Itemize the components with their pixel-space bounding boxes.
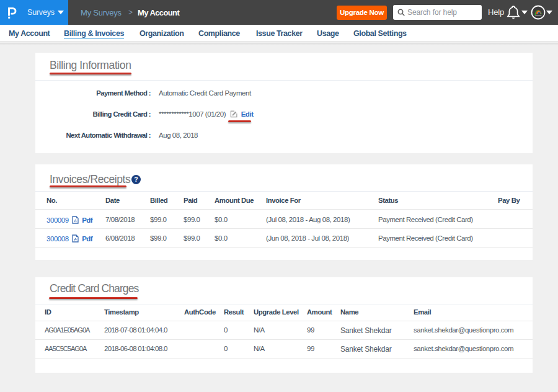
svg-text:?: ? [134, 176, 138, 183]
